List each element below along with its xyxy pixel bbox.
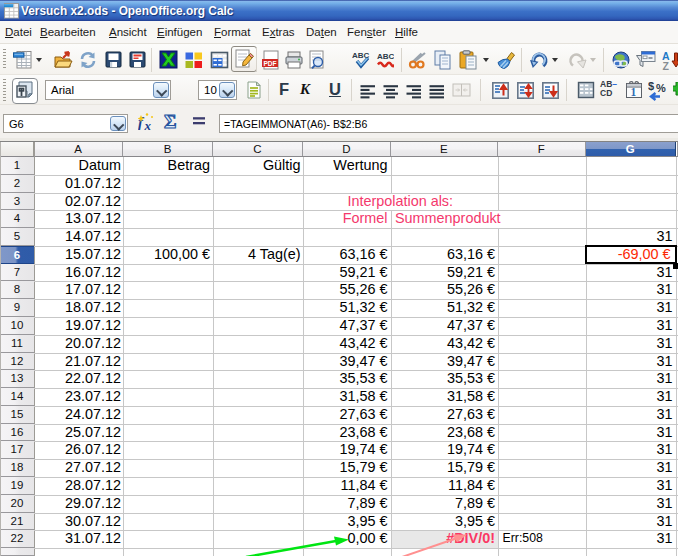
svg-text:1: 1 — [631, 86, 637, 98]
svg-text:%: % — [656, 82, 666, 94]
svg-text:$: $ — [648, 80, 654, 92]
svg-text:Σ: Σ — [164, 111, 176, 132]
svg-text:PDF: PDF — [263, 60, 276, 67]
svg-text:Z: Z — [663, 60, 670, 70]
svg-text:ABC: ABC — [377, 52, 394, 61]
svg-text:x: x — [144, 118, 152, 133]
